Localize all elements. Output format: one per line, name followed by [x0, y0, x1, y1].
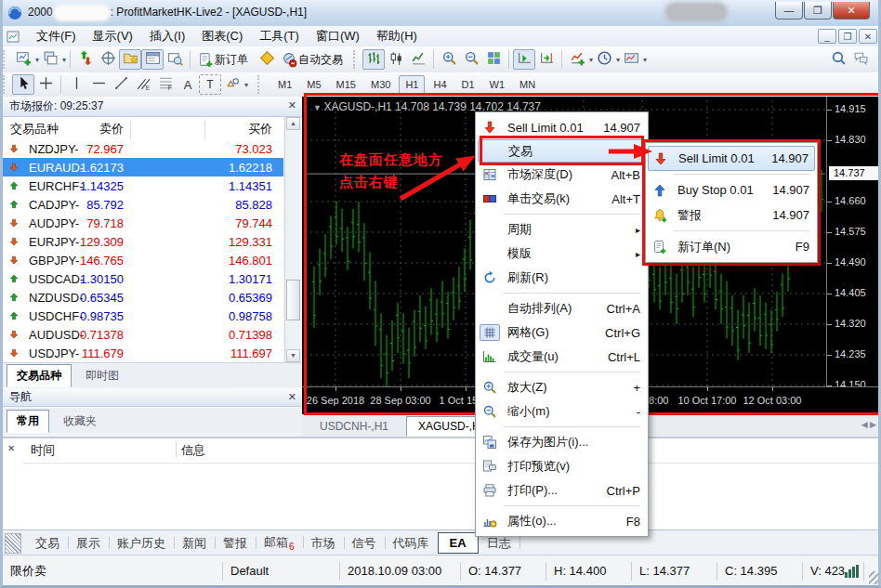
new-order-button[interactable]: 新订单 — [194, 49, 256, 70]
menu-item[interactable]: Sell Limit 0.0114.907 — [648, 146, 815, 171]
market-watch-row[interactable]: NZDJPY-72.96773.023 — [3, 139, 283, 158]
bottom-tab-EA[interactable]: EA — [438, 532, 479, 554]
bottom-tab-警报[interactable]: 警报 — [215, 531, 256, 555]
chart-tab-usdcnh[interactable]: USDCNH-,H1 — [308, 416, 401, 437]
menu-item[interactable]: 属性(o)...F8 — [476, 509, 648, 533]
navigator-toggle-button[interactable] — [119, 49, 141, 70]
market-watch-row[interactable]: USDJPY-111.679111.697 — [3, 344, 283, 362]
market-watch-row[interactable]: USDCHF-0.987350.98758 — [3, 307, 283, 325]
menu-item[interactable]: Sell Limit 0.0114.907 — [476, 115, 648, 139]
scroll-down-icon[interactable]: ▼ — [286, 349, 300, 362]
menu-item[interactable]: 网格(G)Ctrl+G — [476, 320, 648, 345]
market-watch-row[interactable]: AUDUSD-0.713780.71398 — [3, 325, 283, 344]
bottom-tab-信号[interactable]: 信号 — [344, 531, 385, 555]
menu-item[interactable]: 打印(P)...Ctrl+P — [476, 478, 648, 503]
menu-item[interactable]: 刷新(R) — [476, 266, 648, 290]
terminal-toggle-button[interactable] — [141, 49, 164, 70]
mdi-restore-button[interactable]: ❐ — [838, 29, 857, 44]
timeframe-m15[interactable]: M15 — [330, 75, 362, 94]
bottom-tab-账户历史[interactable]: 账户历史 — [109, 531, 174, 555]
market-watch-row[interactable]: CADJPY-85.79285.828 — [3, 195, 283, 214]
menu-item[interactable]: 周期▸ — [476, 217, 648, 242]
timeframe-d1[interactable]: D1 — [455, 75, 481, 94]
autotrading-button[interactable]: 自动交易 — [278, 49, 350, 70]
menubar-item-5[interactable]: 窗口(W) — [308, 26, 368, 46]
crosshair-tool-button[interactable] — [34, 74, 57, 95]
terminal-close-icon[interactable]: ✕ — [7, 443, 15, 453]
menu-item[interactable]: 模版▸ — [476, 242, 648, 266]
market-watch-row[interactable]: USDCAD-1.301501.30171 — [3, 269, 283, 288]
tab-scroll-icons[interactable]: ◀ ▶ — [861, 420, 876, 429]
new-chart-button[interactable] — [12, 49, 34, 70]
bottom-tab-新闻[interactable]: 新闻 — [174, 531, 215, 555]
menu-item[interactable]: 交易▸ — [478, 139, 646, 163]
menu-item[interactable]: Buy Stop 0.0114.907 — [646, 177, 817, 203]
bar-chart-type-button[interactable] — [362, 49, 385, 70]
market-watch-row[interactable]: AUDJPY-79.71879.744 — [3, 214, 283, 232]
menu-item[interactable]: 打印预览(v) — [476, 454, 648, 478]
window-close-button[interactable]: ✕ — [833, 2, 870, 20]
tile-windows-button[interactable] — [482, 49, 505, 70]
zoom-in-button[interactable] — [438, 49, 460, 70]
menu-item[interactable]: 成交量(u)Ctrl+L — [476, 345, 648, 369]
scrollbar-thumb[interactable] — [286, 280, 300, 320]
window-minimize-button[interactable]: — — [775, 2, 803, 20]
tab-common[interactable]: 常用 — [7, 410, 49, 433]
timeframe-w1[interactable]: W1 — [483, 75, 512, 94]
arrows-tool-button[interactable] — [221, 74, 243, 95]
menubar-item-2[interactable]: 插入(I) — [141, 26, 193, 46]
menubar-item-1[interactable]: 显示(V) — [85, 26, 141, 46]
cursor-tool-button[interactable] — [12, 74, 34, 95]
bottom-tab-邮箱[interactable]: 邮箱6 — [256, 530, 303, 555]
bottom-tab-代码库[interactable]: 代码库 — [385, 531, 438, 555]
timeframe-h1[interactable]: H1 — [399, 75, 425, 94]
vertical-line-tool-button[interactable] — [65, 74, 87, 95]
mdi-minimize-button[interactable]: _ — [818, 29, 836, 44]
tab-favorites[interactable]: 收藏夹 — [53, 410, 107, 433]
channel-tool-button[interactable]: E — [132, 74, 154, 95]
menu-item[interactable]: 市场深度(D)Alt+B — [476, 163, 648, 187]
profiles-button[interactable] — [39, 49, 61, 70]
trendline-tool-button[interactable] — [110, 74, 132, 95]
market-watch-row[interactable]: GBPJPY-146.765146.801 — [3, 251, 283, 269]
navigator-close-icon[interactable]: ✕ — [288, 391, 296, 403]
search-button[interactable] — [827, 49, 849, 70]
menu-item[interactable]: 缩小(m)- — [476, 399, 648, 424]
menu-item[interactable]: 单击交易(k)Alt+T — [476, 187, 648, 211]
panel-gripper[interactable] — [5, 533, 21, 554]
chart-shift-button[interactable] — [535, 49, 558, 70]
text-label-tool-button[interactable]: T — [199, 74, 221, 95]
periods-button[interactable] — [593, 49, 615, 70]
market-watch-row[interactable]: NZDUSD-0.653450.65369 — [3, 288, 283, 307]
horizontal-line-tool-button[interactable] — [87, 74, 110, 95]
zoom-out-button[interactable] — [460, 49, 482, 70]
data-window-button[interactable] — [97, 49, 119, 70]
mdi-close-button[interactable]: ✕ — [859, 29, 877, 44]
tab-tick-chart[interactable]: 即时图 — [75, 364, 129, 387]
menubar-item-0[interactable]: 文件(F) — [28, 26, 85, 46]
timeframe-mn[interactable]: MN — [513, 75, 542, 94]
text-tool-button[interactable]: A — [177, 74, 199, 95]
bottom-tab-展示[interactable]: 展示 — [68, 531, 109, 555]
menu-item[interactable]: 新订单(N)F9 — [646, 234, 817, 259]
menu-item[interactable]: 放大(Z)+ — [476, 375, 648, 399]
bottom-tab-市场[interactable]: 市场 — [303, 531, 344, 555]
market-watch-toggle-button[interactable] — [74, 49, 97, 70]
menu-item[interactable]: 自动排列(A)Ctrl+A — [476, 296, 648, 320]
menubar-item-4[interactable]: 工具(T) — [251, 26, 308, 46]
strategy-tester-button[interactable] — [164, 49, 186, 70]
market-watch-scrollbar[interactable]: ▲ ▼ — [284, 117, 301, 362]
timeframe-m1[interactable]: M1 — [271, 75, 298, 94]
market-watch-row[interactable]: EURJPY-129.309129.331 — [3, 232, 283, 251]
indicators-button[interactable] — [566, 49, 588, 70]
auto-scroll-button[interactable] — [513, 49, 535, 70]
menubar-item-3[interactable]: 图表(C) — [193, 26, 251, 46]
market-watch-close-icon[interactable]: ✕ — [288, 99, 296, 111]
candlestick-type-button[interactable] — [385, 49, 407, 70]
chat-button[interactable] — [849, 49, 872, 70]
market-watch-row[interactable]: EURCHF-1.143251.14351 — [3, 176, 283, 195]
bottom-tab-交易[interactable]: 交易 — [27, 531, 68, 555]
timeframe-m5[interactable]: M5 — [300, 75, 327, 94]
menu-item[interactable]: 保存为图片(i)... — [476, 430, 648, 454]
fibonacci-tool-button[interactable]: F — [154, 74, 177, 95]
